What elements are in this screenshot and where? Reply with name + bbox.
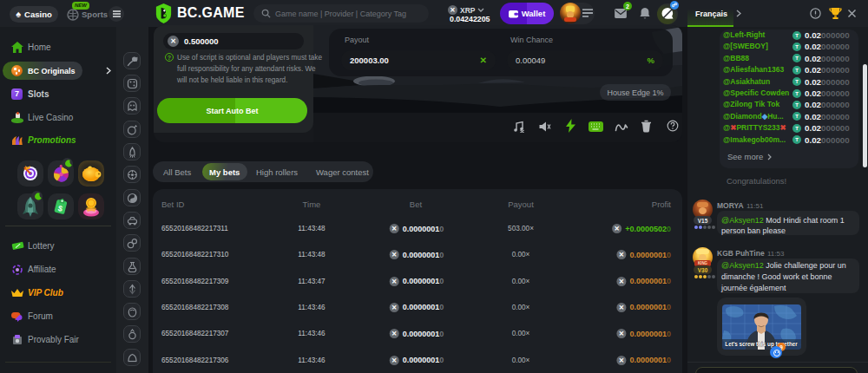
svg-text:Let’s screw this up together: Let’s screw this up together	[725, 341, 798, 348]
